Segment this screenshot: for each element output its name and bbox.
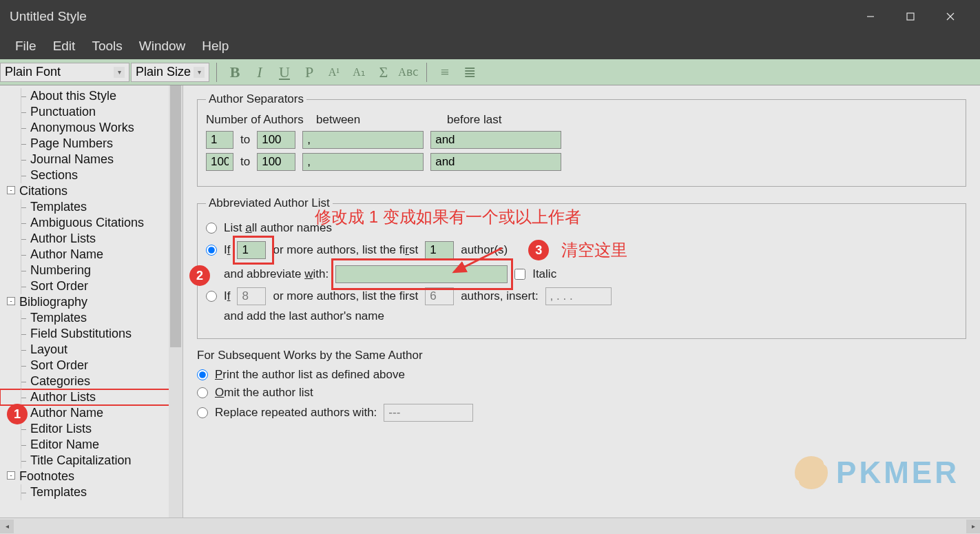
- label-add-last: and add the last author's name: [224, 309, 384, 323]
- tree-item[interactable]: Sort Order: [0, 278, 183, 294]
- bold-button[interactable]: B: [222, 63, 247, 82]
- tree-item[interactable]: Field Substitutions: [0, 326, 183, 342]
- tree-item-label: Editor Name: [30, 438, 99, 451]
- size-combo[interactable]: Plain Size▾: [131, 63, 209, 82]
- tree-item[interactable]: Editor Lists: [0, 421, 183, 437]
- tree-item-label: Punctuation: [30, 105, 96, 119]
- abbreviated-author-list-group: Abbreviated Author List 修改成 1 变成如果有一个或以上…: [197, 196, 966, 339]
- plain-button[interactable]: P: [297, 63, 322, 82]
- tree-item-label: Author Name: [30, 247, 103, 261]
- tree-item[interactable]: Numbering: [0, 263, 183, 278]
- expand-icon[interactable]: -: [7, 186, 15, 194]
- tree-item[interactable]: Page Numbers: [0, 136, 183, 152]
- expand-icon[interactable]: -: [7, 297, 15, 305]
- tree-item[interactable]: Author Lists: [0, 231, 183, 247]
- between-2[interactable]: [302, 153, 424, 171]
- tree-item-label: Templates: [30, 200, 87, 214]
- if-value-1[interactable]: [237, 241, 266, 259]
- tree-item[interactable]: Anonymous Works: [0, 120, 183, 136]
- authors-to-1[interactable]: [257, 131, 295, 149]
- label-authors: author(s): [461, 243, 508, 257]
- tree-item[interactable]: Layout: [0, 342, 183, 358]
- expand-icon[interactable]: -: [7, 471, 15, 480]
- symbol-button[interactable]: Σ: [371, 63, 396, 82]
- if-value-2[interactable]: [237, 287, 266, 305]
- tree-item[interactable]: Title Capitalization: [0, 453, 183, 469]
- tree-item-label: Citations: [19, 184, 67, 198]
- tree-item-label: Sections: [30, 168, 78, 182]
- menu-edit[interactable]: Edit: [45, 34, 84, 58]
- close-button[interactable]: [930, 0, 970, 33]
- tree-item-label: Page Numbers: [30, 136, 113, 150]
- tree-item[interactable]: Journal Names: [0, 152, 183, 167]
- format-toolbar: Plain Font▾ Plain Size▾ B I U P A¹ A₁ Σ …: [0, 59, 980, 85]
- tree-item[interactable]: Author Name: [0, 247, 183, 263]
- tree-item[interactable]: About this Style: [0, 88, 183, 104]
- underline-button[interactable]: U: [272, 63, 297, 82]
- sidebar-scrollbar[interactable]: [169, 85, 183, 517]
- authors-from-2[interactable]: [206, 153, 233, 171]
- before-last-2[interactable]: [430, 153, 561, 171]
- tree-group[interactable]: -Footnotes: [0, 469, 183, 484]
- menu-file[interactable]: File: [7, 34, 45, 58]
- tree-item-label: Categories: [30, 374, 90, 388]
- window-controls: [851, 0, 970, 33]
- size-combo-label: Plain Size: [136, 65, 191, 79]
- menu-help[interactable]: Help: [194, 34, 237, 58]
- tree-item[interactable]: Templates: [0, 310, 183, 326]
- italic-button[interactable]: I: [247, 63, 272, 82]
- authors-to-2[interactable]: [257, 153, 295, 171]
- dropdown-icon: ▾: [194, 67, 205, 78]
- radio-list-all[interactable]: [206, 223, 217, 234]
- tree-item[interactable]: Sort Order: [0, 358, 183, 373]
- radio-replace[interactable]: [197, 407, 208, 418]
- scroll-right-icon[interactable]: ▸: [966, 520, 980, 533]
- horizontal-scrollbar[interactable]: ◂ ▸: [0, 517, 980, 534]
- tree-item[interactable]: Sections: [0, 167, 183, 183]
- minimize-button[interactable]: [851, 0, 890, 33]
- italic-checkbox[interactable]: [514, 269, 525, 280]
- smallcaps-button[interactable]: Aʙᴄ: [396, 63, 421, 82]
- tree-item-label: Layout: [30, 342, 67, 356]
- tree-group[interactable]: -Citations: [0, 183, 183, 199]
- replace-input[interactable]: [384, 404, 473, 422]
- radio-if-2[interactable]: [206, 291, 217, 302]
- tree-item[interactable]: Templates: [0, 199, 183, 215]
- tree-item-label: Sort Order: [30, 279, 88, 293]
- before-last-1[interactable]: [430, 131, 561, 149]
- radio-omit[interactable]: [197, 387, 208, 398]
- insert-input[interactable]: [545, 287, 612, 305]
- maximize-button[interactable]: [890, 0, 930, 33]
- first-value-2[interactable]: [425, 287, 454, 305]
- subscript-button[interactable]: A₁: [346, 63, 371, 82]
- radio-print[interactable]: [197, 369, 208, 380]
- subsequent-legend: For Subsequent Works by the Same Author: [197, 349, 966, 362]
- align-justify-button[interactable]: ≣: [457, 63, 482, 82]
- radio-if-1[interactable]: [206, 245, 217, 256]
- author-separators-group: Author Separators Number of Authors betw…: [197, 92, 966, 187]
- label-replace: Replace repeated authors with:: [215, 406, 377, 420]
- tree-item[interactable]: Punctuation: [0, 104, 183, 120]
- to-label: to: [240, 155, 250, 169]
- tree-item-label: Bibliography: [19, 295, 87, 309]
- menu-window[interactable]: Window: [131, 34, 194, 58]
- label-if-1: If: [224, 243, 230, 257]
- menu-tools[interactable]: Tools: [83, 34, 130, 58]
- tree-item-label: Templates: [30, 311, 87, 325]
- first-value-1[interactable]: [425, 241, 454, 259]
- tree-item[interactable]: Ambiguous Citations: [0, 215, 183, 231]
- tree-item[interactable]: Templates: [0, 484, 183, 500]
- scroll-left-icon[interactable]: ◂: [0, 520, 14, 533]
- align-left-button[interactable]: ≡: [432, 63, 457, 82]
- tree-item-label: Field Substitutions: [30, 327, 132, 340]
- font-combo[interactable]: Plain Font▾: [0, 63, 129, 82]
- tree-group[interactable]: -Bibliography: [0, 294, 183, 310]
- tree-item[interactable]: Categories: [0, 373, 183, 389]
- tree-item[interactable]: Editor Name: [0, 437, 183, 453]
- abbrev-with-input[interactable]: [335, 265, 508, 283]
- superscript-button[interactable]: A¹: [322, 63, 346, 82]
- style-tree[interactable]: About this StylePunctuationAnonymous Wor…: [0, 85, 183, 503]
- between-1[interactable]: [302, 131, 424, 149]
- tree-item[interactable]: Author Lists: [0, 389, 183, 405]
- authors-from-1[interactable]: [206, 131, 233, 149]
